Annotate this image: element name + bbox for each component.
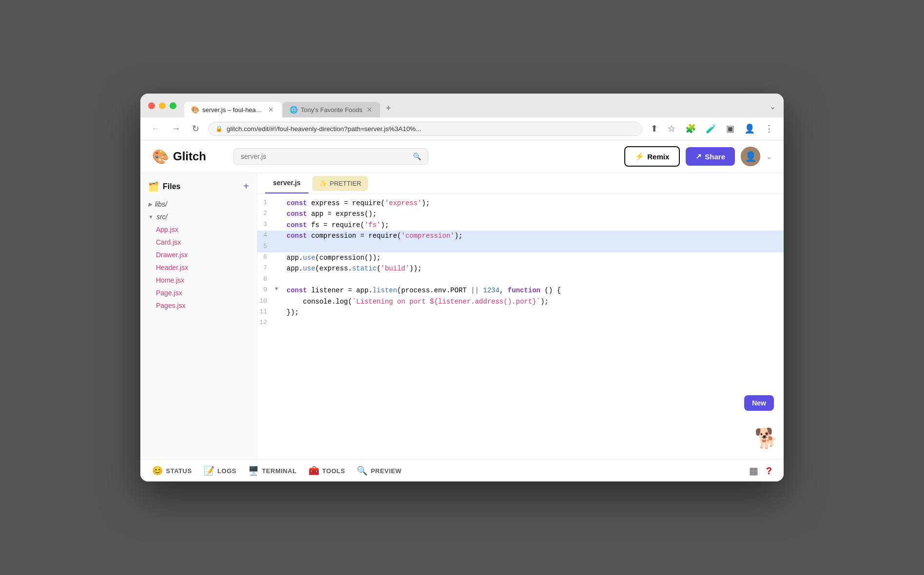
minimize-window-button[interactable] <box>159 102 166 109</box>
tab-close-server-js[interactable]: ✕ <box>267 106 275 114</box>
toolbar-right: ▦ ? <box>749 465 772 477</box>
tabs-chevron-icon[interactable]: ⌄ <box>770 102 776 115</box>
reload-button[interactable]: ↻ <box>189 121 202 136</box>
lock-icon: 🔒 <box>215 125 223 132</box>
app-content: 🎨 Glitch 🔍 ⚡ Remix ↗ Share 👤 ⌄ <box>140 140 784 481</box>
app-header: 🎨 Glitch 🔍 ⚡ Remix ↗ Share 👤 ⌄ <box>140 140 784 173</box>
file-name-page-jsx: Page.jsx <box>156 289 182 297</box>
folder-name-libs: libs/ <box>155 200 167 208</box>
code-line-3: 3 const fs = require('fs'); <box>257 220 784 230</box>
line-content-4: const compression = require('compression… <box>283 230 784 241</box>
sidebar-item-page-jsx[interactable]: Page.jsx <box>148 287 257 299</box>
forward-button[interactable]: → <box>169 122 183 136</box>
tools-icon: 🧰 <box>308 465 320 476</box>
collapse-8 <box>275 274 283 285</box>
file-name-drawer-jsx: Drawer.jsx <box>156 251 188 259</box>
status-icon: 😊 <box>152 465 163 476</box>
bottom-toolbar: 😊 STATUS 📝 LOGS 🖥️ TERMINAL 🧰 TOOLS 🔍 PR… <box>140 460 784 481</box>
address-bar[interactable]: 🔒 glitch.com/edit/#!/foul-heavenly-direc… <box>208 122 642 136</box>
glitch-logo[interactable]: 🎨 Glitch <box>152 149 206 165</box>
file-search-input[interactable] <box>241 153 409 160</box>
code-line-4: 4 const compression = require('compressi… <box>257 230 784 241</box>
collapse-7 <box>275 263 283 274</box>
line-content-7: app.use(express.static('build')); <box>283 263 784 274</box>
collapse-12 <box>275 318 283 328</box>
close-window-button[interactable] <box>148 102 155 109</box>
line-content-12 <box>283 318 784 328</box>
toolbar-status[interactable]: 😊 STATUS <box>152 465 192 476</box>
sidebar-item-libs[interactable]: ▶ libs/ <box>140 198 257 211</box>
toolbar-terminal[interactable]: 🖥️ TERMINAL <box>248 465 297 476</box>
line-content-5 <box>283 242 784 252</box>
user-avatar[interactable]: 👤 <box>741 147 760 166</box>
prettier-label: PRETTIER <box>330 180 361 187</box>
line-number-4: 4 <box>257 230 275 241</box>
add-file-button[interactable]: + <box>243 181 249 192</box>
toolbar-logs[interactable]: 📝 LOGS <box>204 465 236 476</box>
status-label: STATUS <box>166 467 192 475</box>
tab-server-js[interactable]: 🎨 server.js – foul-heavenly-direc ✕ <box>184 102 282 117</box>
line-content-2: const app = express(); <box>283 209 784 219</box>
toolbar-preview[interactable]: 🔍 PREVIEW <box>357 465 402 476</box>
tools-label: TOOLS <box>322 467 345 475</box>
share-label: Share <box>705 153 725 161</box>
sidebar-item-pages-jsx[interactable]: Pages.jsx <box>148 299 257 312</box>
traffic-lights <box>148 102 176 115</box>
file-name-header-jsx: Header.jsx <box>156 264 188 271</box>
line-content-10: console.log(`Listening on port ${listene… <box>283 296 784 307</box>
back-button[interactable]: ← <box>148 122 163 136</box>
editor-tabs: server.js ✨ PRETTIER <box>257 173 784 194</box>
bookmark-button[interactable]: ☆ <box>665 122 678 135</box>
sidebar-item-drawer-jsx[interactable]: Drawer.jsx <box>148 249 257 261</box>
line-number-3: 3 <box>257 220 275 230</box>
sidebar-item-card-jsx[interactable]: Card.jsx <box>148 236 257 249</box>
new-badge[interactable]: New <box>744 395 774 411</box>
tab-tonys-foods[interactable]: 🌐 Tony's Favorite Foods ✕ <box>283 102 380 117</box>
sidebar-item-src[interactable]: ▼ src/ <box>140 211 257 223</box>
remix-icon: ⚡ <box>635 152 644 161</box>
share-button[interactable]: ↗ Share <box>686 147 735 166</box>
prettier-tab[interactable]: ✨ PRETTIER <box>312 176 368 191</box>
lab-button[interactable]: 🧪 <box>703 122 719 135</box>
code-line-8: 8 <box>257 274 784 285</box>
sidebar-item-home-jsx[interactable]: Home.jsx <box>148 274 257 287</box>
sidebar-item-header-jsx[interactable]: Header.jsx <box>148 261 257 274</box>
collapse-arrow-9[interactable]: ▼ <box>275 285 283 296</box>
tab-close-tonys[interactable]: ✕ <box>366 106 373 114</box>
prettier-icon: ✨ <box>319 180 327 187</box>
help-button[interactable]: ? <box>766 465 772 477</box>
file-name-pages-jsx: Pages.jsx <box>156 302 186 309</box>
sidebar-item-app-jsx[interactable]: App.jsx <box>148 223 257 236</box>
avatar-chevron-icon[interactable]: ⌄ <box>766 153 772 160</box>
logs-label: LOGS <box>217 467 236 475</box>
grid-view-button[interactable]: ▦ <box>749 465 758 477</box>
line-number-2: 2 <box>257 209 275 219</box>
title-bar: 🎨 server.js – foul-heavenly-direc ✕ 🌐 To… <box>140 94 784 117</box>
line-number-5: 5 <box>257 242 275 252</box>
splitscreen-button[interactable]: ▣ <box>724 122 737 135</box>
terminal-icon: 🖥️ <box>248 465 259 476</box>
profile-button[interactable]: 👤 <box>742 122 757 135</box>
editor-tab-server-js[interactable]: server.js <box>265 173 308 193</box>
code-line-11: 11 }); <box>257 307 784 318</box>
code-editor[interactable]: 1 const express = require('express'); 2 … <box>257 194 784 460</box>
sidebar-title: 🗂️ Files <box>148 181 180 192</box>
extensions-button[interactable]: 🧩 <box>683 122 698 135</box>
url-text: glitch.com/edit/#!/foul-heavenly-directi… <box>227 125 635 133</box>
line-number-6: 6 <box>257 252 275 263</box>
maximize-window-button[interactable] <box>170 102 176 109</box>
share-page-button[interactable]: ⬆ <box>648 122 660 135</box>
line-content-8 <box>283 274 784 285</box>
collapse-4 <box>275 230 283 241</box>
browser-menu-button[interactable]: ⋮ <box>762 122 776 135</box>
code-line-6: 6 app.use(compression()); <box>257 252 784 263</box>
collapse-6 <box>275 252 283 263</box>
new-tab-button[interactable]: + <box>381 99 396 117</box>
toolbar-tools[interactable]: 🧰 TOOLS <box>308 465 346 476</box>
collapse-5 <box>275 242 283 252</box>
line-number-11: 11 <box>257 307 275 318</box>
file-search-box[interactable]: 🔍 <box>233 148 428 165</box>
remix-button[interactable]: ⚡ Remix <box>624 146 680 167</box>
editor-tab-label-server-js: server.js <box>273 179 301 187</box>
line-content-6: app.use(compression()); <box>283 252 784 263</box>
